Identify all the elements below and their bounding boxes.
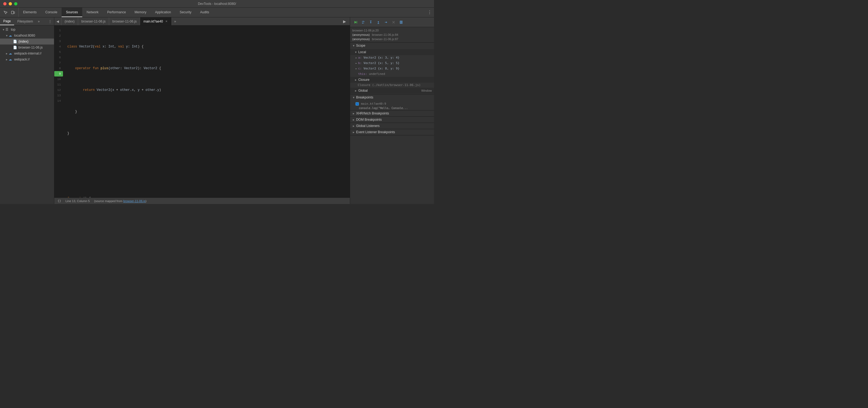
folder-icon: ☰: [5, 28, 10, 31]
line-num-4: 4: [54, 44, 63, 50]
pause-on-exceptions-button[interactable]: [398, 19, 404, 26]
scope-arrow: ▼: [352, 44, 355, 47]
xhr-breakpoints-header[interactable]: ► XHR/fetch Breakpoints: [350, 111, 434, 116]
editor-tab-index-label: (index): [65, 20, 75, 23]
breakpoints-header[interactable]: ▼ Breakpoints: [350, 94, 434, 100]
tab-performance[interactable]: Performance: [103, 8, 130, 17]
tree-item-webpack-internal[interactable]: ► ☁ webpack-internal://: [0, 51, 54, 56]
more-tools-button[interactable]: ⋮: [425, 8, 434, 17]
step-over-button[interactable]: [360, 19, 366, 26]
editor-tab-index[interactable]: (index): [61, 18, 78, 25]
line-num-5: 5: [54, 50, 63, 55]
tree-item-localhost[interactable]: ▼ ☁ localhost:8080: [0, 33, 54, 38]
global-listeners-arrow: ►: [352, 125, 355, 127]
breakpoint-checkbox[interactable]: ✓: [355, 102, 359, 105]
maximize-button[interactable]: [14, 2, 18, 5]
tab-audits[interactable]: Audits: [196, 8, 213, 17]
step-out-button[interactable]: [375, 19, 382, 26]
tab-security[interactable]: Security: [175, 8, 196, 17]
breakpoints-section: ▼ Breakpoints ✓ main.kt?ae40:9 console.l…: [350, 94, 434, 111]
format-file-icon[interactable]: ▶: [341, 18, 348, 25]
line-num-13: 13: [54, 93, 63, 98]
scope-item-c: ► c: Vector2 {x: 8, y: 9}: [350, 66, 434, 71]
window-title: DevTools - localhost:8080/: [198, 2, 236, 6]
close-tab-maink[interactable]: ✕: [164, 20, 168, 23]
editor-tab-bar: ◀ (index) browser-11-06.js browser-11-06…: [54, 18, 350, 26]
global-listeners-header[interactable]: ► Global Listeners: [350, 123, 434, 129]
breakpoint-code: console.log("Hello, Console...: [350, 106, 434, 109]
tab-console[interactable]: Console: [41, 8, 62, 17]
tree-label-localhost: localhost:8080: [14, 34, 35, 37]
global-arrow: ►: [354, 89, 357, 92]
device-toolbar-icon[interactable]: [10, 9, 16, 16]
svg-marker-2: [354, 21, 356, 24]
title-bar: DevTools - localhost:8080/: [0, 0, 434, 8]
select-element-icon[interactable]: [2, 9, 9, 16]
tree-label-browser-js: browser-11-06.js: [19, 45, 42, 50]
call-stack-entry-1: browser-11-06.js:20: [350, 27, 434, 33]
cursor-position: Line 13, Column 5: [65, 199, 90, 202]
close-button[interactable]: [3, 2, 6, 5]
js-file-icon: 📄: [13, 45, 18, 50]
closure-scope-header[interactable]: ► Closure: [350, 77, 434, 83]
tree-item-index[interactable]: 📄 (index): [0, 38, 54, 44]
tree-label-index: (index): [19, 40, 29, 43]
tree-item-browser-js[interactable]: 📄 browser-11-06.js: [0, 44, 54, 51]
svg-rect-6: [400, 21, 401, 24]
tree-item-top[interactable]: ▼ ☰ top: [0, 27, 54, 33]
editor-nav-right: ▶: [339, 18, 350, 25]
editor-tab-maink-label: main.kt?ae40: [143, 20, 163, 23]
sidebar-menu-button[interactable]: ⋮: [46, 18, 54, 25]
event-listeners-header[interactable]: ► Event Listener Breakpoints: [350, 129, 434, 135]
editor-tab-browser1[interactable]: browser-11-06.js: [78, 18, 109, 25]
global-scope-header[interactable]: ► Global Window: [350, 88, 434, 94]
line-num-2: 2: [54, 33, 63, 38]
status-bar: {} Line 13, Column 5 (source mapped from…: [54, 197, 350, 204]
tab-elements[interactable]: Elements: [19, 8, 41, 17]
xhr-arrow: ►: [352, 112, 355, 115]
resume-button[interactable]: [352, 19, 359, 26]
sidebar-tab-filesystem[interactable]: Filesystem: [14, 18, 36, 25]
global-listeners-section: ► Global Listeners: [350, 123, 434, 129]
tree-item-webpack[interactable]: ► ☁ webpack://: [0, 56, 54, 62]
code-line-7: [65, 174, 350, 180]
scope-header[interactable]: ▼ Scope: [350, 42, 434, 49]
code-line-1: class Vector2(val x: Int, val y: Int) {: [65, 44, 350, 50]
step-button[interactable]: [383, 19, 389, 26]
editor-tabs-more[interactable]: »: [172, 18, 178, 25]
code-content[interactable]: class Vector2(val x: Int, val y: Int) { …: [65, 26, 350, 197]
global-listeners-title: Global Listeners: [356, 124, 380, 128]
local-scope-header[interactable]: ▼ Local: [350, 49, 434, 55]
tab-application[interactable]: Application: [151, 8, 175, 17]
tab-sources[interactable]: Sources: [62, 8, 82, 17]
svg-rect-0: [11, 11, 13, 14]
editor-tab-maink[interactable]: main.kt?ae40 ✕: [140, 18, 172, 25]
line-num-3: 3: [54, 38, 63, 44]
editor-tab-browser2[interactable]: browser-11-06.js: [109, 18, 140, 25]
scope-arrow-b: ►: [355, 61, 357, 66]
deactivate-breakpoints-button[interactable]: [390, 19, 397, 26]
sidebar-tab-page[interactable]: Page: [0, 18, 14, 25]
webpack-internal-icon: ☁: [9, 52, 13, 55]
step-into-button[interactable]: [368, 19, 374, 26]
call-stack-entry-2: (anonymous) browser-11-06.js:84: [350, 33, 434, 37]
svg-rect-7: [401, 21, 402, 24]
call-stack-section: browser-11-06.js:20 (anonymous) browser-…: [350, 27, 434, 42]
minimize-button[interactable]: [9, 2, 12, 5]
breakpoint-file: main.kt?ae40:9: [361, 102, 386, 105]
scope-item-a: ► a: Vector2 {x: 3, y: 4}: [350, 55, 434, 61]
editor-back-nav[interactable]: ◀: [54, 18, 61, 25]
dom-breakpoints-header[interactable]: ► DOM Breakpoints: [350, 117, 434, 123]
tab-memory[interactable]: Memory: [130, 8, 151, 17]
line-num-7: 7: [54, 60, 63, 66]
format-icon[interactable]: {}: [58, 199, 61, 202]
closure-details: Closure (./kotlin/browser-11-06.js): [350, 83, 434, 88]
call-stack-entry-3: (anonymous) browser-11-06.js:87: [350, 37, 434, 42]
source-map-link[interactable]: browser-11-06.js: [123, 199, 146, 202]
scope-title: Scope: [356, 44, 365, 48]
tab-network[interactable]: Network: [82, 8, 103, 17]
xhr-breakpoints-title: XHR/fetch Breakpoints: [356, 112, 389, 115]
sidebar-tabs-more[interactable]: »: [36, 18, 41, 25]
code-line-8: fun main() {: [65, 196, 350, 197]
dom-breakpoints-section: ► DOM Breakpoints: [350, 117, 434, 123]
